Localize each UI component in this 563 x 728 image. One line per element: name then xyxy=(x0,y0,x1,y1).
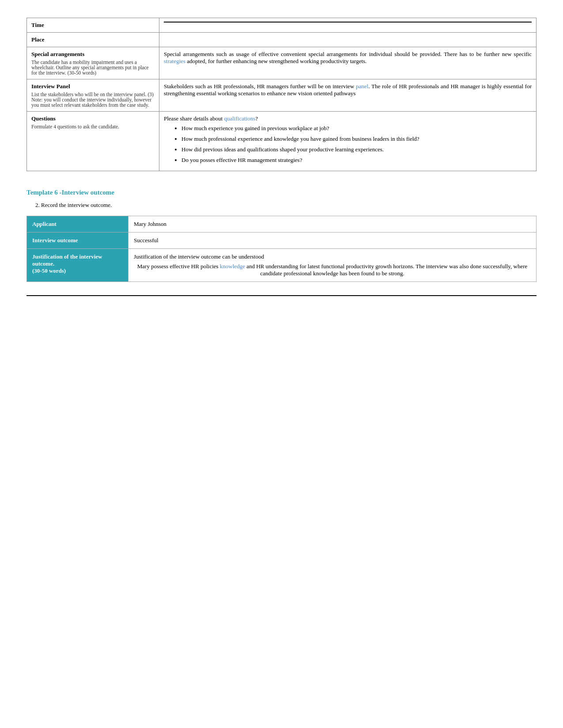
questions-intro-line: Please share details about qualification… xyxy=(164,115,532,122)
template6-instruction: 2. Record the interview outcome. xyxy=(26,202,537,209)
time-line xyxy=(164,22,532,23)
justification-line1: Justification of the interview outcome c… xyxy=(134,253,531,260)
special-arrangements-header: Special arrangements xyxy=(31,51,84,57)
panel-word: panel xyxy=(356,83,368,90)
template6-section: Template 6 -Interview outcome 2. Record … xyxy=(26,189,537,282)
justification-row: Justification of the interview outcome. … xyxy=(27,249,537,282)
time-label-cell: Time xyxy=(27,18,159,33)
questions-right: Please share details about qualification… xyxy=(159,112,537,171)
special-arrangements-right: Special arrangements such as usage of ef… xyxy=(159,47,537,79)
interview-prep-table: Time Place Special arrangements The cand… xyxy=(26,18,537,171)
bottom-line xyxy=(26,295,537,296)
interview-panel-right: Stakeholders such as HR professionals, H… xyxy=(159,79,537,112)
questions-row: Questions Formulate 4 questions to ask t… xyxy=(27,112,537,171)
panel-content1: Stakeholders such as HR professionals, H… xyxy=(164,83,356,90)
question-item-1: How much experience you gained in previo… xyxy=(181,125,532,132)
justification-header: Justification of the interview outcome. … xyxy=(27,249,128,282)
special-arrangements-content2: adopted, for further enhancing new stren… xyxy=(185,58,367,64)
outcome-table: Applicant Mary Johnson Interview outcome… xyxy=(26,216,537,282)
place-label-cell: Place xyxy=(27,33,159,47)
question-item-4: Do you posses effective HR management st… xyxy=(181,157,532,164)
place-label: Place xyxy=(31,36,45,43)
question-item-3: How did previous ideas and qualification… xyxy=(181,146,532,153)
interview-outcome-header: Interview outcome xyxy=(27,233,128,249)
interview-outcome-value: Successful xyxy=(128,233,537,249)
applicant-row: Applicant Mary Johnson xyxy=(27,216,537,233)
interview-panel-instructions: List the stakeholders who will be on the… xyxy=(31,92,155,108)
special-arrangements-instructions: The candidate has a mobility impairment … xyxy=(31,60,155,75)
justification-value: Justification of the interview outcome c… xyxy=(128,249,537,282)
questions-intro-text: Please share details about xyxy=(164,115,224,122)
place-row: Place xyxy=(27,33,537,47)
questions-instructions: Formulate 4 questions to ask the candida… xyxy=(31,124,155,129)
interview-panel-left: Interview Panel List the stakeholders wh… xyxy=(27,79,159,112)
applicant-header: Applicant xyxy=(27,216,128,233)
knowledge-word: knowledge xyxy=(220,263,245,270)
questions-list: How much experience you gained in previo… xyxy=(164,125,532,164)
template6-heading: Template 6 -Interview outcome xyxy=(26,189,537,196)
questions-header: Questions xyxy=(31,115,56,122)
special-arrangements-left: Special arrangements The candidate has a… xyxy=(27,47,159,79)
time-label: Time xyxy=(31,22,44,28)
interview-panel-header: Interview Panel xyxy=(31,83,70,90)
special-arrangements-content1: Special arrangements such as usage of ef… xyxy=(164,51,532,57)
special-arrangements-row: Special arrangements The candidate has a… xyxy=(27,47,537,79)
qualifications-word: qualifications xyxy=(224,115,255,122)
justification-line2: Mary possess effective HR policies knowl… xyxy=(134,263,531,277)
applicant-value: Mary Johnson xyxy=(128,216,537,233)
questions-intro-end: ? xyxy=(255,115,258,122)
time-value-cell xyxy=(159,18,537,33)
strategies-word: strategies xyxy=(164,58,185,64)
question-item-2: How much professional experience and kno… xyxy=(181,135,532,143)
time-row: Time xyxy=(27,18,537,33)
interview-outcome-row: Interview outcome Successful xyxy=(27,233,537,249)
interview-panel-row: Interview Panel List the stakeholders wh… xyxy=(27,79,537,112)
place-value-cell xyxy=(159,33,537,47)
questions-left: Questions Formulate 4 questions to ask t… xyxy=(27,112,159,171)
